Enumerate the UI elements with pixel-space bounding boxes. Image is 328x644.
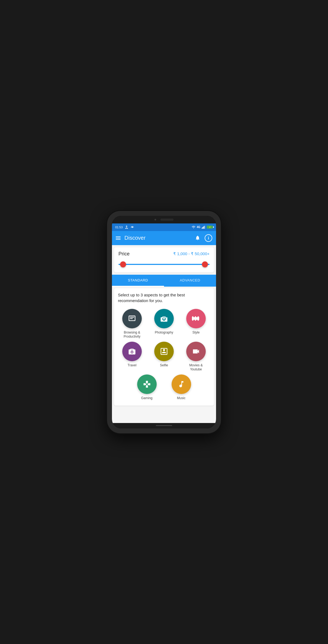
phone-frame: 01:53 4G	[107, 211, 221, 433]
price-header: Price ₹ 1,000 - ₹ 50,000+	[118, 251, 210, 257]
home-indicator	[156, 425, 172, 426]
browsing-label: Browsing &Productivity	[124, 331, 140, 339]
screen-content: Price ₹ 1,000 - ₹ 50,000+ STANDARD ADVAN…	[112, 245, 216, 423]
signal-icon	[202, 226, 205, 229]
svg-rect-3	[203, 226, 204, 229]
slider-thumb-min[interactable]	[120, 261, 126, 267]
svg-rect-1	[202, 228, 202, 229]
status-right: 4G ⚡	[192, 226, 213, 229]
aspect-music[interactable]: Music	[165, 374, 198, 401]
tab-advanced[interactable]: ADVANCED	[164, 275, 216, 287]
price-card: Price ₹ 1,000 - ₹ 50,000+	[114, 247, 214, 273]
gaming-icon	[143, 380, 151, 388]
time: 01:53	[115, 226, 123, 229]
aspects-grid: Browsing &Productivity Photography	[117, 309, 211, 372]
travel-circle	[122, 342, 142, 361]
app-bar: Discover i	[112, 231, 216, 245]
aspect-selfie[interactable]: Selfie	[149, 342, 179, 372]
gaming-label: Gaming	[141, 396, 152, 401]
aspects-section: Select up to 3 aspects to get the best r…	[114, 288, 214, 406]
bottom-nav	[112, 423, 216, 428]
cast-icon	[130, 225, 134, 229]
status-bar: 01:53 4G	[112, 223, 216, 231]
selfie-circle	[154, 342, 174, 361]
speaker	[160, 219, 173, 221]
bell-icon	[195, 235, 200, 241]
photography-label: Photography	[155, 331, 173, 335]
price-slider[interactable]	[118, 261, 210, 268]
status-left: 01:53	[115, 225, 134, 229]
movies-circle	[186, 342, 206, 361]
app-title: Discover	[124, 235, 193, 241]
network-type: 4G	[197, 226, 200, 229]
price-range: ₹ 1,000 - ₹ 50,000+	[173, 251, 210, 256]
aspect-gaming[interactable]: Gaming	[130, 374, 163, 401]
selfie-icon	[160, 347, 168, 355]
browsing-circle	[122, 309, 142, 328]
usb-icon	[124, 226, 129, 229]
style-circle	[186, 309, 206, 328]
aspect-movies[interactable]: Movies &Youtube	[181, 342, 211, 372]
style-icon	[192, 315, 200, 323]
music-icon	[177, 380, 185, 388]
app-bar-icons: i	[193, 234, 212, 242]
menu-button[interactable]	[116, 236, 121, 240]
aspect-browsing[interactable]: Browsing &Productivity	[117, 309, 147, 339]
browsing-icon	[128, 315, 136, 323]
price-label: Price	[118, 251, 130, 257]
video-icon	[192, 347, 200, 355]
travel-icon	[128, 347, 136, 355]
svg-rect-2	[202, 227, 203, 229]
phone-screen: 01:53 4G	[112, 216, 216, 428]
camera-icon	[160, 315, 168, 323]
bottom-row: Gaming Music	[117, 374, 211, 401]
movies-label: Movies &Youtube	[189, 363, 202, 372]
wifi-icon	[192, 226, 195, 229]
svg-rect-4	[204, 226, 204, 229]
aspect-photography[interactable]: Photography	[149, 309, 179, 339]
style-label: Style	[192, 331, 200, 335]
aspects-description: Select up to 3 aspects to get the best r…	[117, 292, 211, 303]
music-label: Music	[177, 396, 185, 401]
svg-rect-5	[205, 226, 205, 229]
slider-track	[118, 264, 210, 265]
slider-thumb-max[interactable]	[202, 261, 208, 267]
tab-standard[interactable]: STANDARD	[112, 275, 164, 287]
aspect-style[interactable]: Style	[181, 309, 211, 339]
battery-icon: ⚡	[207, 226, 213, 229]
music-circle	[172, 374, 191, 394]
photography-circle	[154, 309, 174, 328]
tabs-bar: STANDARD ADVANCED	[112, 275, 216, 287]
info-button[interactable]: i	[205, 234, 212, 242]
aspect-travel[interactable]: Travel	[117, 342, 147, 372]
phone-notch	[112, 216, 216, 223]
gaming-circle	[137, 374, 157, 394]
selfie-label: Selfie	[160, 363, 168, 368]
camera	[155, 219, 156, 220]
travel-label: Travel	[128, 363, 137, 368]
svg-point-0	[131, 226, 133, 228]
notification-button[interactable]	[193, 234, 202, 242]
